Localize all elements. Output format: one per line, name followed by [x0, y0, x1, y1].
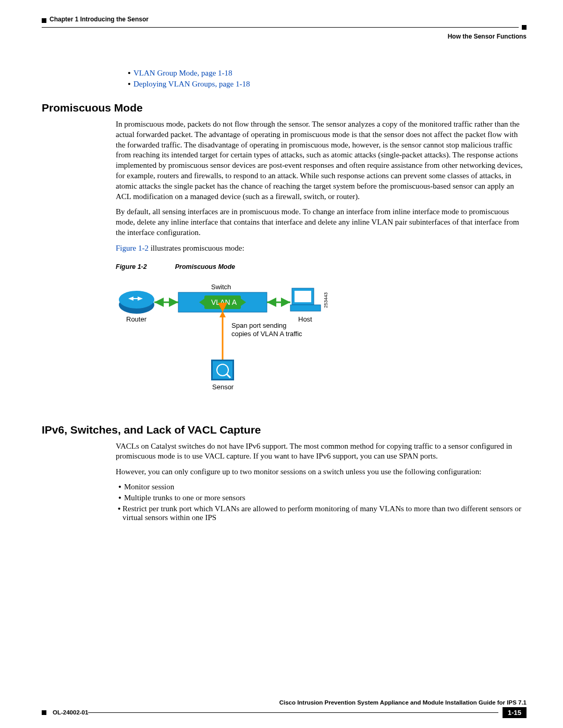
toc-item: • VLAN Group Mode, page 1-18	[125, 69, 527, 78]
promiscuous-diagram: Router VLAN A Switch Host 253443	[116, 274, 356, 404]
list-item: • Restrict per trunk port which VLANs ar…	[116, 504, 527, 522]
figure-label: Figure 1-2	[116, 263, 147, 270]
bullet-icon: •	[116, 483, 124, 491]
footer-square	[42, 710, 46, 715]
promiscuous-p3-tail: illustrates promiscuous mode:	[149, 244, 244, 252]
ipv6-p2: However, you can only configure up to tw…	[116, 467, 527, 477]
bullet-icon: •	[125, 80, 133, 89]
bullet-text: Monitor session	[124, 483, 174, 491]
toc-item: • Deploying VLAN Groups, page 1-18	[125, 80, 527, 89]
diagram-code: 253443	[323, 292, 328, 308]
span-text-1: Span port sending	[231, 322, 287, 329]
toc-list: • VLAN Group Mode, page 1-18 • Deploying…	[125, 69, 527, 89]
heading-ipv6: IPv6, Switches, and Lack of VACL Capture	[42, 424, 527, 436]
bullet-icon: •	[116, 504, 123, 513]
header-square-left	[42, 18, 46, 23]
svg-rect-7	[295, 291, 311, 302]
vlan-label: VLAN A	[211, 298, 237, 306]
chapter-label: Chapter 1 Introducing the Sensor	[50, 16, 149, 23]
figure-caption: Figure 1-2Promiscuous Mode	[116, 263, 527, 270]
list-item: • Monitor session	[116, 483, 527, 491]
page-footer: Cisco Intrusion Prevention System Applia…	[42, 699, 527, 718]
bullet-text: Multiple trunks to one or more sensors	[124, 493, 245, 502]
list-item: • Multiple trunks to one or more sensors	[116, 493, 527, 502]
bullet-icon: •	[116, 493, 124, 502]
promiscuous-p1: In promiscuous mode, packets do not flow…	[116, 119, 527, 202]
promiscuous-p3: Figure 1-2 illustrates promiscuous mode:	[116, 243, 527, 254]
router-label: Router	[126, 315, 147, 323]
footer-rule	[88, 712, 498, 713]
toc-link-vlan-group[interactable]: VLAN Group Mode, page 1-18	[133, 69, 232, 78]
header-square-right	[522, 25, 527, 30]
promiscuous-p2: By default, all sensing interfaces are i…	[116, 207, 527, 238]
svg-rect-8	[290, 305, 321, 311]
sensor-icon	[211, 360, 234, 380]
span-text-2: copies of VLAN A traffic	[231, 330, 302, 338]
ipv6-p1: VACLs on Catalyst switches do not have I…	[116, 441, 527, 462]
switch-icon: VLAN A	[178, 292, 267, 312]
svg-point-1	[119, 291, 154, 309]
ipv6-body: VACLs on Catalyst switches do not have I…	[116, 441, 527, 522]
toc-link-deploying-vlan[interactable]: Deploying VLAN Groups, page 1-18	[133, 80, 250, 89]
host-label: Host	[298, 315, 312, 323]
bullet-text: Restrict per trunk port which VLANs are …	[123, 504, 527, 522]
promiscuous-body: In promiscuous mode, packets do not flow…	[116, 119, 527, 270]
document-page: Chapter 1 Introducing the Sensor How the…	[0, 0, 563, 728]
sensor-label: Sensor	[212, 383, 234, 391]
figure-title: Promiscuous Mode	[175, 263, 235, 270]
switch-label: Switch	[211, 283, 231, 291]
figure-ref-link[interactable]: Figure 1-2	[116, 244, 149, 252]
footer-doc-title: Cisco Intrusion Prevention System Applia…	[42, 699, 527, 706]
heading-promiscuous: Promiscuous Mode	[42, 102, 527, 114]
footer-doc-id: OL-24002-01	[53, 709, 88, 715]
host-icon	[290, 288, 321, 311]
page-number: 1-15	[503, 707, 527, 718]
bullet-icon: •	[125, 69, 133, 78]
figure-1-2: Router VLAN A Switch Host 253443	[116, 274, 527, 404]
header-rule-top: Chapter 1 Introducing the Sensor	[42, 16, 527, 25]
header-section: How the Sensor Functions	[42, 33, 527, 40]
router-icon	[119, 291, 154, 314]
header-rule	[42, 25, 527, 30]
